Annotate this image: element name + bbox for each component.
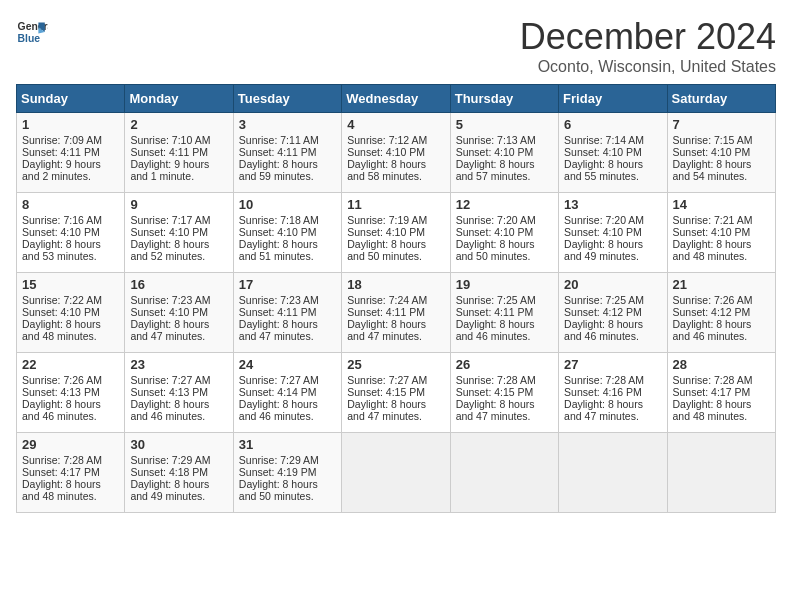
day-number: 17	[239, 277, 336, 292]
daylight-text: Daylight: 8 hours and 46 minutes.	[673, 318, 752, 342]
sunrise-text: Sunrise: 7:28 AM	[673, 374, 753, 386]
calendar-cell: 9 Sunrise: 7:17 AM Sunset: 4:10 PM Dayli…	[125, 193, 233, 273]
day-header-wednesday: Wednesday	[342, 85, 450, 113]
sunrise-text: Sunrise: 7:25 AM	[456, 294, 536, 306]
sunset-text: Sunset: 4:10 PM	[673, 146, 751, 158]
sunrise-text: Sunrise: 7:26 AM	[22, 374, 102, 386]
sunset-text: Sunset: 4:10 PM	[673, 226, 751, 238]
month-title: December 2024	[520, 16, 776, 58]
day-number: 25	[347, 357, 444, 372]
sunset-text: Sunset: 4:10 PM	[347, 146, 425, 158]
daylight-text: Daylight: 8 hours and 55 minutes.	[564, 158, 643, 182]
day-number: 8	[22, 197, 119, 212]
day-number: 5	[456, 117, 553, 132]
calendar-cell: 24 Sunrise: 7:27 AM Sunset: 4:14 PM Dayl…	[233, 353, 341, 433]
sunset-text: Sunset: 4:15 PM	[456, 386, 534, 398]
sunrise-text: Sunrise: 7:16 AM	[22, 214, 102, 226]
calendar-week-row: 22 Sunrise: 7:26 AM Sunset: 4:13 PM Dayl…	[17, 353, 776, 433]
day-number: 16	[130, 277, 227, 292]
sunrise-text: Sunrise: 7:27 AM	[130, 374, 210, 386]
calendar-cell: 14 Sunrise: 7:21 AM Sunset: 4:10 PM Dayl…	[667, 193, 775, 273]
sunrise-text: Sunrise: 7:25 AM	[564, 294, 644, 306]
calendar-cell: 7 Sunrise: 7:15 AM Sunset: 4:10 PM Dayli…	[667, 113, 775, 193]
sunrise-text: Sunrise: 7:13 AM	[456, 134, 536, 146]
sunrise-text: Sunrise: 7:23 AM	[239, 294, 319, 306]
calendar-cell: 13 Sunrise: 7:20 AM Sunset: 4:10 PM Dayl…	[559, 193, 667, 273]
sunset-text: Sunset: 4:19 PM	[239, 466, 317, 478]
sunrise-text: Sunrise: 7:15 AM	[673, 134, 753, 146]
calendar-cell: 31 Sunrise: 7:29 AM Sunset: 4:19 PM Dayl…	[233, 433, 341, 513]
calendar-cell: 25 Sunrise: 7:27 AM Sunset: 4:15 PM Dayl…	[342, 353, 450, 433]
day-number: 3	[239, 117, 336, 132]
sunrise-text: Sunrise: 7:27 AM	[239, 374, 319, 386]
location-title: Oconto, Wisconsin, United States	[520, 58, 776, 76]
daylight-text: Daylight: 8 hours and 46 minutes.	[239, 398, 318, 422]
sunset-text: Sunset: 4:10 PM	[22, 306, 100, 318]
sunset-text: Sunset: 4:17 PM	[673, 386, 751, 398]
calendar-week-row: 15 Sunrise: 7:22 AM Sunset: 4:10 PM Dayl…	[17, 273, 776, 353]
calendar-cell: 12 Sunrise: 7:20 AM Sunset: 4:10 PM Dayl…	[450, 193, 558, 273]
day-number: 6	[564, 117, 661, 132]
sunset-text: Sunset: 4:16 PM	[564, 386, 642, 398]
sunset-text: Sunset: 4:13 PM	[130, 386, 208, 398]
calendar-cell: 16 Sunrise: 7:23 AM Sunset: 4:10 PM Dayl…	[125, 273, 233, 353]
sunrise-text: Sunrise: 7:29 AM	[239, 454, 319, 466]
calendar-cell: 5 Sunrise: 7:13 AM Sunset: 4:10 PM Dayli…	[450, 113, 558, 193]
day-number: 2	[130, 117, 227, 132]
day-number: 9	[130, 197, 227, 212]
sunset-text: Sunset: 4:11 PM	[130, 146, 208, 158]
day-number: 13	[564, 197, 661, 212]
daylight-text: Daylight: 8 hours and 50 minutes.	[347, 238, 426, 262]
daylight-text: Daylight: 8 hours and 46 minutes.	[564, 318, 643, 342]
sunrise-text: Sunrise: 7:27 AM	[347, 374, 427, 386]
calendar-cell: 28 Sunrise: 7:28 AM Sunset: 4:17 PM Dayl…	[667, 353, 775, 433]
calendar-header-row: SundayMondayTuesdayWednesdayThursdayFrid…	[17, 85, 776, 113]
daylight-text: Daylight: 8 hours and 47 minutes.	[239, 318, 318, 342]
sunrise-text: Sunrise: 7:09 AM	[22, 134, 102, 146]
day-number: 20	[564, 277, 661, 292]
sunset-text: Sunset: 4:10 PM	[564, 146, 642, 158]
header: General Blue December 2024 Oconto, Wisco…	[16, 16, 776, 76]
sunrise-text: Sunrise: 7:11 AM	[239, 134, 319, 146]
sunrise-text: Sunrise: 7:19 AM	[347, 214, 427, 226]
sunrise-text: Sunrise: 7:28 AM	[456, 374, 536, 386]
calendar-cell	[450, 433, 558, 513]
sunset-text: Sunset: 4:14 PM	[239, 386, 317, 398]
title-area: December 2024 Oconto, Wisconsin, United …	[520, 16, 776, 76]
day-number: 29	[22, 437, 119, 452]
day-header-thursday: Thursday	[450, 85, 558, 113]
day-number: 23	[130, 357, 227, 372]
day-number: 7	[673, 117, 770, 132]
daylight-text: Daylight: 8 hours and 50 minutes.	[239, 478, 318, 502]
sunrise-text: Sunrise: 7:24 AM	[347, 294, 427, 306]
calendar-week-row: 8 Sunrise: 7:16 AM Sunset: 4:10 PM Dayli…	[17, 193, 776, 273]
daylight-text: Daylight: 8 hours and 46 minutes.	[130, 398, 209, 422]
sunset-text: Sunset: 4:15 PM	[347, 386, 425, 398]
calendar-cell: 10 Sunrise: 7:18 AM Sunset: 4:10 PM Dayl…	[233, 193, 341, 273]
sunset-text: Sunset: 4:10 PM	[456, 226, 534, 238]
day-number: 1	[22, 117, 119, 132]
sunset-text: Sunset: 4:11 PM	[456, 306, 534, 318]
daylight-text: Daylight: 8 hours and 49 minutes.	[130, 478, 209, 502]
calendar-cell: 11 Sunrise: 7:19 AM Sunset: 4:10 PM Dayl…	[342, 193, 450, 273]
day-number: 19	[456, 277, 553, 292]
sunrise-text: Sunrise: 7:26 AM	[673, 294, 753, 306]
sunset-text: Sunset: 4:10 PM	[456, 146, 534, 158]
daylight-text: Daylight: 8 hours and 57 minutes.	[456, 158, 535, 182]
sunset-text: Sunset: 4:10 PM	[22, 226, 100, 238]
calendar-cell: 22 Sunrise: 7:26 AM Sunset: 4:13 PM Dayl…	[17, 353, 125, 433]
sunset-text: Sunset: 4:10 PM	[130, 226, 208, 238]
day-number: 31	[239, 437, 336, 452]
calendar-table: SundayMondayTuesdayWednesdayThursdayFrid…	[16, 84, 776, 513]
daylight-text: Daylight: 8 hours and 51 minutes.	[239, 238, 318, 262]
calendar-cell: 21 Sunrise: 7:26 AM Sunset: 4:12 PM Dayl…	[667, 273, 775, 353]
calendar-cell: 15 Sunrise: 7:22 AM Sunset: 4:10 PM Dayl…	[17, 273, 125, 353]
day-number: 10	[239, 197, 336, 212]
sunset-text: Sunset: 4:10 PM	[347, 226, 425, 238]
calendar-cell: 4 Sunrise: 7:12 AM Sunset: 4:10 PM Dayli…	[342, 113, 450, 193]
daylight-text: Daylight: 8 hours and 50 minutes.	[456, 238, 535, 262]
daylight-text: Daylight: 8 hours and 52 minutes.	[130, 238, 209, 262]
daylight-text: Daylight: 8 hours and 53 minutes.	[22, 238, 101, 262]
sunrise-text: Sunrise: 7:23 AM	[130, 294, 210, 306]
day-header-saturday: Saturday	[667, 85, 775, 113]
